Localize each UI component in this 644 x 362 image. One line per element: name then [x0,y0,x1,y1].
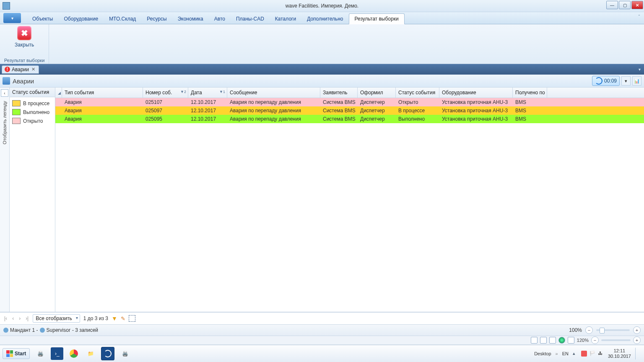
table-cell: Авария [62,115,143,123]
table-cell: 12.10.2017 [188,115,227,123]
swatch-icon [12,118,21,124]
document-tab-close[interactable]: ✕ [31,67,36,72]
ribbon-tab-objects[interactable]: Объекты [27,14,59,24]
status-records: - 3 записей [72,327,98,333]
minimize-button[interactable]: — [606,1,618,9]
start-label: Start [15,351,26,357]
pager-prev[interactable]: ‹ [11,315,15,321]
table-row[interactable]: Авария02509712.10.2017Авария по перепаду… [55,106,644,115]
ribbon-tab-auto[interactable]: Авто [209,14,231,24]
table-row[interactable]: Авария02509512.10.2017Авария по перепаду… [55,115,644,123]
util-hand-icon[interactable] [568,337,574,344]
tab-overflow-button[interactable]: ▾ [639,67,641,72]
status-user: Supervisor [47,327,70,333]
ribbon-tab-equipment[interactable]: Оборудование [59,14,104,24]
taskbar-item-explorer[interactable]: 📁 [84,347,97,360]
legend-collapse-button[interactable]: ‹ [1,89,8,97]
tray-shield-icon[interactable] [581,351,587,357]
ribbon-tab-additional[interactable]: Дополнительно [301,14,348,24]
taskbar-desktop-label[interactable]: Desktop [534,351,551,356]
table-cell: 12.10.2017 [188,98,227,106]
table-cell: Диспетчер [358,98,396,106]
ribbon-body: ✖ Закрыть Результат выборки [0,24,644,64]
close-result-button[interactable]: ✖ Закрыть [15,26,34,48]
taskbar-clock[interactable]: 12:11 30.10.2017 [608,348,631,359]
ribbon-tab-catalogs[interactable]: Каталоги [270,14,301,24]
grid-header-requester[interactable]: Заявитель [320,88,358,98]
grid-header-status[interactable]: Статус события [396,88,439,98]
app-menu-button[interactable]: ▾ [3,13,21,23]
show-desktop-button[interactable] [635,348,641,359]
taskbar-item-app[interactable] [101,347,114,360]
ribbon-tab-plans-cad[interactable]: Планы-CAD [231,14,270,24]
ribbon-tab-result[interactable]: Результат выборки [349,13,405,24]
grid-header-equipment[interactable]: Оборудование [439,88,513,98]
ribbon-tab-resources[interactable]: Ресурсы [141,14,172,24]
table-cell: Система BMS [320,115,358,123]
table-row[interactable]: Авария02510712.10.2017Авария по перепаду… [55,98,644,106]
close-button-label: Закрыть [15,42,34,48]
table-cell [55,115,62,123]
pager-mode-select[interactable]: Все отобразить [33,314,80,323]
taskbar-item-printer[interactable]: 🖨️ [34,347,47,360]
util-zoom-in[interactable]: + [633,336,641,344]
tray-network-icon[interactable]: 🖧 [598,351,604,357]
util-zoom-value: 120% [577,338,589,343]
legend-item-in-progress[interactable]: В процессе [11,99,53,108]
util-zoom-out[interactable]: − [591,336,599,344]
zoom-out-button[interactable]: − [585,326,593,334]
status-zoom-value: 100% [569,327,582,333]
grid-header-number[interactable]: Номер соб.▼2 [143,88,188,98]
grid-header-row: ◢ Тип события Номер соб.▼2 Дата▼1 Сообще… [55,88,644,98]
grid-header-date[interactable]: Дата▼1 [188,88,227,98]
export-button[interactable]: 📊 [632,76,641,85]
taskbar-item-chrome[interactable] [68,347,80,360]
legend-item-done[interactable]: Выполнено [11,108,53,116]
grid-header-registered-by[interactable]: Оформил [358,88,396,98]
util-globe-icon[interactable] [558,337,565,344]
refresh-dropdown[interactable]: ▾ [621,76,631,85]
os-taskbar: Start 🖨️ ›_ 📁 🖨️ Desktop » EN ▴ 🏳️ 🖧 12:… [0,345,644,362]
grid-header-selector[interactable]: ◢ [55,88,62,98]
ribbon-tab-warehouse[interactable]: МТО.Склад [104,14,141,24]
pager-next[interactable]: › [18,315,21,321]
select-all-icon[interactable] [129,315,135,322]
ribbon-collapse-button[interactable]: ˆ [639,15,640,19]
ribbon-tabstrip: ▾ Объекты Оборудование МТО.Склад Ресурсы… [0,12,644,24]
tray-flag-icon[interactable]: 🏳️ [589,351,595,357]
tray-chevron-icon[interactable]: ▴ [573,351,579,357]
taskbar-lang[interactable]: EN [562,351,569,356]
document-tab-alarms[interactable]: ! Аварии ✕ [2,65,39,74]
window-close-button[interactable]: ✕ [631,1,643,9]
refresh-button[interactable]: 00:09 [592,76,620,86]
clear-filter-icon[interactable]: ✎ [121,315,125,322]
grid-header-type[interactable]: Тип события [62,88,143,98]
util-zoom-slider[interactable] [601,339,631,341]
table-cell [55,106,62,115]
grid-header-message[interactable]: Сообщение [227,88,320,98]
table-cell: BMS [513,115,547,123]
start-button[interactable]: Start [3,348,30,359]
table-cell: Установка приточная AHU-3 [439,106,513,115]
zoom-in-button[interactable]: + [633,326,641,334]
legend-item-open[interactable]: Открыто [11,116,53,125]
clock-time: 12:11 [608,348,631,354]
taskbar-item-powershell[interactable]: ›_ [51,347,63,360]
ribbon-tab-economy[interactable]: Экономика [172,14,209,24]
util-keyboard-icon[interactable] [531,337,538,344]
taskbar-item-scanner[interactable]: 🖨️ [119,347,131,360]
filter-icon[interactable]: ▼ [112,315,117,322]
zoom-slider[interactable] [596,329,630,331]
table-cell: BMS [513,98,547,106]
util-search-icon[interactable] [540,337,547,344]
maximize-button[interactable]: ▢ [619,1,631,9]
swatch-icon [12,100,21,106]
table-cell: 025097 [143,106,188,115]
table-cell: 12.10.2017 [188,106,227,115]
table-cell: Авария по перепаду давления [227,106,320,115]
util-magnifier-icon[interactable] [549,337,556,344]
pager-first[interactable]: |‹ [3,315,8,321]
grid-header-received-by[interactable]: Получено по [513,88,547,98]
pager-last[interactable]: ›| [25,315,29,321]
table-cell: Выполнено [396,115,439,123]
